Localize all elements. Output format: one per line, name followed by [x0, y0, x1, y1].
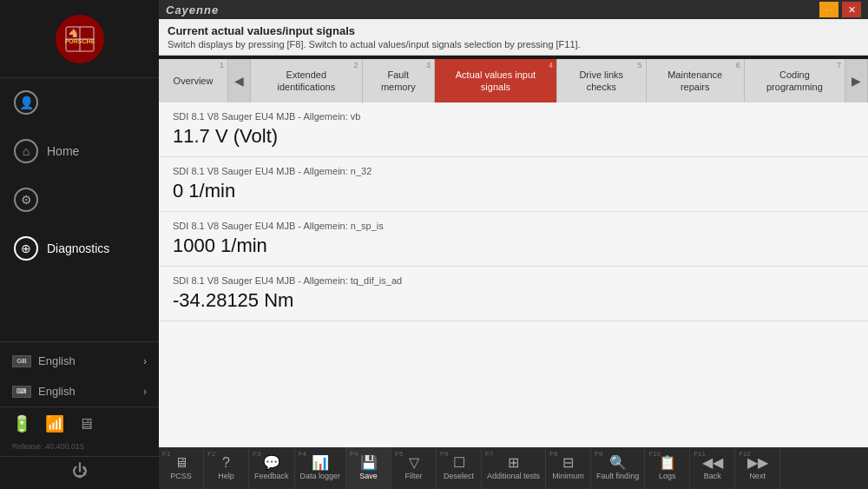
help-fn-label: F2	[207, 450, 215, 458]
tab-coding[interactable]: 7 Coding programming	[745, 59, 845, 102]
home-icon: ⌂	[14, 139, 38, 163]
sidebar-lang2-label: English	[38, 385, 76, 398]
tab-nav-next[interactable]: ▶	[845, 59, 868, 102]
logs-icon: 📋	[659, 456, 676, 470]
additional-label: Additional tests	[487, 472, 540, 480]
title-bar: Cayenne · · ✕	[159, 0, 868, 19]
toolbar-filter-button[interactable]: F5 ▽ Filter	[391, 447, 437, 489]
user-icon: 👤	[14, 90, 38, 115]
logs-fn-label: F10	[648, 450, 661, 458]
toolbar-deselect-button[interactable]: F6 ☐ Deselect	[437, 447, 482, 489]
deselect-label: Deselect	[444, 472, 474, 480]
toolbar-faultfinding-button[interactable]: F9 🔍 Fault finding	[591, 447, 645, 489]
sidebar: PORSCHE 🐴 👤 ⌂ Home ⚙ ⊕ Diagnostics GB En…	[0, 0, 159, 489]
tab-overview-label: Overview	[174, 75, 214, 87]
tab-maintenance-label: Maintenance repairs	[655, 69, 735, 94]
device-icon: 🖥	[78, 415, 94, 433]
settings-icon: ⚙	[14, 188, 38, 212]
tab-actual-num: 4	[549, 61, 553, 71]
sidebar-lang1-label: English	[38, 354, 76, 367]
sidebar-icons-row: 🔋 📶 🖥	[0, 406, 159, 440]
tab-nav-prev[interactable]: ◀	[228, 59, 251, 102]
filter-fn-label: F5	[395, 450, 403, 458]
deselect-fn-label: F6	[440, 450, 448, 458]
content-header: Current actual values/input signals Swit…	[159, 19, 868, 56]
tab-maintenance[interactable]: 6 Maintenance repairs	[647, 59, 745, 102]
data-row-2-value: 1000 1/min	[173, 235, 854, 257]
content-header-desc: Switch displays by pressing [F8]. Switch…	[168, 39, 859, 50]
tab-fault-label: Fault memory	[372, 69, 425, 94]
help-label: Help	[218, 472, 234, 480]
bottom-toolbar: F1 🖥 PCSS F2 ? Help F3 💬 Feedback F4 📊 D…	[159, 447, 868, 489]
sidebar-lang-gb[interactable]: GB English ›	[0, 346, 159, 376]
power-icon: ⏻	[72, 462, 88, 480]
sidebar-home-label: Home	[47, 144, 79, 158]
sidebar-diagnostics-label: Diagnostics	[47, 241, 109, 255]
content-header-title: Current actual values/input signals	[168, 24, 859, 37]
toolbar-minimum-button[interactable]: F8 ⊟ Minimum	[546, 447, 591, 489]
lang1-chevron-icon: ›	[143, 355, 147, 367]
data-row-1-label: SDI 8.1 V8 Sauger EU4 MJB - Allgemein: n…	[173, 166, 854, 176]
minimum-fn-label: F8	[549, 450, 557, 458]
data-row-0-label: SDI 8.1 V8 Sauger EU4 MJB - Allgemein: v…	[173, 111, 854, 122]
save-icon: 💾	[360, 456, 378, 470]
sidebar-nav: 👤 ⌂ Home ⚙ ⊕ Diagnostics	[0, 78, 159, 341]
tab-drive-label: Drive links checks	[566, 69, 637, 94]
data-row-3: SDI 8.1 V8 Sauger EU4 MJB - Allgemein: t…	[159, 267, 868, 321]
toolbar-next-button[interactable]: F12 ▶▶ Next	[735, 447, 780, 489]
sidebar-power[interactable]: ⏻	[0, 456, 159, 486]
minimize-button[interactable]: · ·	[819, 2, 838, 17]
tab-overview-num: 1	[220, 61, 224, 71]
lang2-chevron-icon: ›	[143, 386, 147, 398]
next-fn-label: F12	[739, 450, 751, 458]
toolbar-logs-button[interactable]: F10 📋 Logs	[645, 447, 690, 489]
data-row-3-value: -34.28125 Nm	[173, 289, 854, 312]
data-row-3-label: SDI 8.1 V8 Sauger EU4 MJB - Allgemein: t…	[173, 275, 854, 286]
tab-coding-num: 7	[837, 61, 841, 71]
pcss-label: PCSS	[170, 472, 192, 480]
next-icon: ▶▶	[747, 456, 768, 470]
minimum-label: Minimum	[552, 472, 584, 480]
app-title: Cayenne	[166, 3, 219, 17]
data-row-1-value: 0 1/min	[173, 180, 854, 202]
faultfinding-label: Fault finding	[596, 472, 639, 480]
feedback-fn-label: F3	[253, 450, 260, 458]
toolbar-additional-button[interactable]: F7 ⊞ Additional tests	[482, 447, 546, 489]
tab-extended[interactable]: 2 Extended identifications	[251, 59, 363, 102]
battery-icon: 🔋	[12, 414, 31, 433]
sidebar-item-diagnostics[interactable]: ⊕ Diagnostics	[0, 224, 159, 273]
tab-actual[interactable]: 4 Actual values input signals	[435, 59, 557, 102]
wifi-icon: 📶	[45, 414, 64, 433]
toolbar-save-button[interactable]: F4 💾 Save	[346, 447, 391, 489]
tab-overview[interactable]: 1 Overview	[159, 59, 228, 102]
feedback-icon: 💬	[263, 456, 280, 470]
close-button[interactable]: ✕	[842, 2, 861, 17]
data-row-2-label: SDI 8.1 V8 Sauger EU4 MJB - Allgemein: n…	[173, 221, 854, 231]
sidebar-item-user[interactable]: 👤	[0, 78, 159, 127]
data-row-0-value: 11.7 V (Volt)	[173, 125, 854, 148]
datalogger-fn-label: F4	[299, 450, 306, 458]
gb-flag-icon: GB	[12, 355, 31, 367]
data-area: VXDIAS SDI 8.1 V8 Sauger EU4 MJB - Allge…	[159, 102, 868, 447]
tab-drive[interactable]: 5 Drive links checks	[557, 59, 647, 102]
sidebar-lang-keyboard[interactable]: ⌨ English ›	[0, 376, 159, 406]
svg-text:🐴: 🐴	[68, 28, 78, 38]
data-row-2: SDI 8.1 V8 Sauger EU4 MJB - Allgemein: n…	[159, 212, 868, 267]
pcss-fn-label: F1	[162, 450, 170, 458]
feedback-label: Feedback	[254, 472, 289, 480]
sidebar-item-settings[interactable]: ⚙	[0, 175, 159, 224]
toolbar-help-button[interactable]: F2 ? Help	[204, 447, 249, 489]
sidebar-item-home[interactable]: ⌂ Home	[0, 127, 159, 175]
tab-fault[interactable]: 3 Fault memory	[363, 59, 435, 102]
deselect-icon: ☐	[453, 456, 465, 470]
title-buttons: · · ✕	[819, 2, 861, 17]
tab-extended-num: 2	[354, 61, 358, 71]
save-label: Save	[359, 472, 378, 480]
toolbar-back-button[interactable]: F11 ◀◀ Back	[690, 447, 735, 489]
toolbar-pcss-button[interactable]: F1 🖥 PCSS	[159, 447, 204, 489]
datalogger-label: Data logger	[300, 472, 341, 480]
faultfinding-fn-label: F9	[595, 450, 602, 458]
tab-extended-label: Extended identifications	[260, 69, 353, 94]
toolbar-feedback-button[interactable]: F3 💬 Feedback	[249, 447, 295, 489]
toolbar-datalogger-button[interactable]: F4 📊 Data logger	[295, 447, 347, 489]
